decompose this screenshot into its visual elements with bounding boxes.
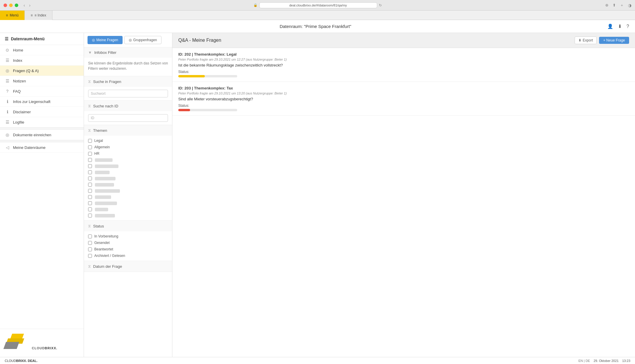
sidebar-item-home[interactable]: ⊙ Home — [0, 45, 84, 55]
blurred-label-1 — [95, 158, 113, 162]
suche-header: ⧖ Suche in Fragen — [84, 76, 172, 87]
thema-blurred-2[interactable] — [88, 164, 168, 168]
status-section: ⧖ Status In Vorbereitung Gesendet Beant — [84, 221, 172, 261]
sidebar-item-notizen[interactable]: ☰ Notizen — [0, 76, 84, 86]
thema-blurred-6[interactable] — [88, 189, 168, 193]
id-input[interactable] — [88, 114, 168, 122]
thema-hr[interactable]: HR — [88, 152, 168, 156]
status-body: In Vorbereitung Gesendet Beantwortet Arc… — [84, 231, 172, 261]
logfile-icon: ☰ — [5, 120, 10, 124]
sidebar-item-logfile[interactable]: ☰ Logfile — [0, 117, 84, 127]
blurred-label-5 — [95, 183, 114, 187]
infobox-header: ▼ Infobox Filter — [84, 47, 172, 58]
index-tab-icon: ≡ — [31, 13, 33, 17]
thema-legal[interactable]: Legal — [88, 139, 168, 143]
tab-meine-fragen[interactable]: ◎ Meine Fragen — [88, 36, 123, 44]
thema-blurred-1[interactable] — [88, 158, 168, 162]
close-button[interactable] — [4, 4, 7, 7]
upload-icon[interactable]: ⬆ — [613, 3, 616, 7]
datenraeume-icon: ◁ — [5, 145, 10, 150]
question-203-meta: Peter Portfolio fragte am 29.10.2021 um … — [178, 92, 629, 95]
tab-gruppenfragen[interactable]: ◎ Gruppenfragen — [124, 36, 161, 44]
thema-blurred-4[interactable] — [88, 177, 168, 180]
filter-icon-themen: ⧖ — [88, 128, 91, 133]
back-button[interactable]: ‹ — [22, 2, 26, 8]
question-203-status-label: Status: — [178, 104, 629, 108]
help-icon[interactable]: ? — [626, 24, 629, 29]
thema-blurred-3[interactable] — [88, 170, 168, 174]
suche-title: Suche in Fragen — [93, 79, 121, 84]
forward-button[interactable]: › — [28, 2, 32, 8]
logo-text: CLOUDBRIXX. — [32, 346, 57, 350]
maximize-button[interactable] — [15, 4, 18, 7]
minimize-button[interactable] — [9, 4, 13, 7]
status-archiviert[interactable]: Archiviert / Gelesen — [88, 254, 168, 258]
thema-hr-checkbox[interactable] — [88, 152, 92, 156]
status-beantwortet[interactable]: Beantwortet — [88, 247, 168, 251]
question-card-202[interactable]: ID: 202 | Themenkomplex: Legal Peter Por… — [172, 48, 635, 82]
titlebar-right-icons: ⊕ ⬆ ＋ ◑ — [605, 3, 631, 8]
infobox-title: Infobox Filter — [94, 50, 116, 55]
status-gesendet-checkbox[interactable] — [88, 241, 92, 245]
question-card-203[interactable]: ID: 203 | Themenkomplex: Tax Peter Portf… — [172, 82, 635, 116]
share-icon[interactable]: ⊕ — [605, 3, 608, 7]
status-vorbereitung[interactable]: In Vorbereitung — [88, 234, 168, 238]
thema-blurred-7[interactable] — [88, 195, 168, 199]
brightness-icon: ◑ — [628, 3, 631, 8]
window-controls[interactable] — [4, 4, 18, 7]
status-beantwortet-checkbox[interactable] — [88, 247, 92, 251]
sidebar-item-disclaimer[interactable]: ℹ Disclaimer — [0, 107, 84, 117]
thema-legal-checkbox[interactable] — [88, 139, 92, 143]
question-202-status-fill — [178, 75, 205, 77]
question-202-status-bar — [178, 75, 237, 77]
status-archiviert-checkbox[interactable] — [88, 254, 92, 258]
infobox-section: ▼ Infobox Filter Sie können die Ergebnis… — [84, 47, 172, 76]
themen-body: Legal Allgemein HR — [84, 136, 172, 220]
suche-id-title: Suche nach ID — [93, 104, 118, 108]
menu-tab-icon: ≡ — [6, 13, 8, 17]
thema-allgemein-checkbox[interactable] — [88, 145, 92, 149]
index-icon: ☰ — [5, 58, 10, 63]
disclaimer-icon: ℹ — [5, 109, 10, 114]
question-202-text: Ist die bekannte Räumungsklage zwischenz… — [178, 63, 629, 67]
index-tab[interactable]: ≡ ≡ Index — [25, 11, 52, 20]
suche-input[interactable] — [88, 90, 168, 97]
user-icon[interactable]: 👤 — [607, 24, 613, 29]
neue-frage-button[interactable]: + Neue Frage — [599, 37, 629, 44]
status-gesendet[interactable]: Gesendet — [88, 241, 168, 245]
content-title: Q&A - Meine Fragen — [178, 38, 221, 43]
url-bar[interactable]: deal.cloudbrixx.de/#/dataroom/81/qa/my — [259, 2, 377, 8]
thema-blurred-10[interactable] — [88, 214, 168, 217]
sidebar-menu-icon: ☰ — [5, 36, 9, 41]
sidebar-item-faq[interactable]: ? FAQ — [0, 86, 84, 97]
refresh-icon[interactable]: ↻ — [379, 3, 382, 7]
filter-icon-suche: ⧖ — [88, 79, 91, 84]
sidebar-item-dokumente[interactable]: ◎ Dokumente einreichen — [0, 130, 84, 140]
gruppen-tab-icon: ◎ — [129, 38, 132, 42]
thema-blurred-9[interactable] — [88, 207, 168, 211]
sidebar-item-infos[interactable]: ℹ Infos zur Liegenschaft — [0, 97, 84, 107]
browser-nav: ‹ › — [22, 2, 32, 8]
footer-lang[interactable]: EN | DE — [578, 359, 590, 363]
main-layout: ☰ Datenraum-Menü ⊙ Home ☰ Index ◎ Fragen… — [0, 33, 635, 357]
sidebar-item-fragen[interactable]: ◎ Fragen (Q & A) — [0, 66, 84, 76]
question-202-status-label: Status: — [178, 70, 629, 74]
export-button[interactable]: ⬇ Export — [575, 36, 597, 44]
sidebar-item-meine-datenraeume[interactable]: ◁ Meine Datenräume — [0, 142, 84, 153]
content-actions: ⬇ Export + Neue Frage — [575, 36, 629, 44]
thema-blurred-8[interactable] — [88, 201, 168, 205]
suche-id-section: ⧖ Suche nach ID — [84, 101, 172, 125]
sidebar-item-notizen-label: Notizen — [13, 79, 26, 83]
sidebar-item-index[interactable]: ☰ Index — [0, 55, 84, 66]
sidebar-item-dokumente-label: Dokumente einreichen — [13, 133, 51, 137]
download-icon[interactable]: ⬇ — [618, 24, 622, 29]
new-tab-icon[interactable]: ＋ — [620, 3, 624, 8]
thema-blurred-5[interactable] — [88, 183, 168, 187]
filter-icon-status: ⧖ — [88, 224, 91, 228]
infos-icon: ℹ — [5, 99, 10, 104]
status-header: ⧖ Status — [84, 221, 172, 231]
thema-allgemein[interactable]: Allgemein — [88, 145, 168, 149]
status-vorbereitung-checkbox[interactable] — [88, 235, 92, 238]
menu-tab[interactable]: ≡ Menü — [0, 11, 25, 20]
themen-title: Themen — [93, 128, 107, 133]
